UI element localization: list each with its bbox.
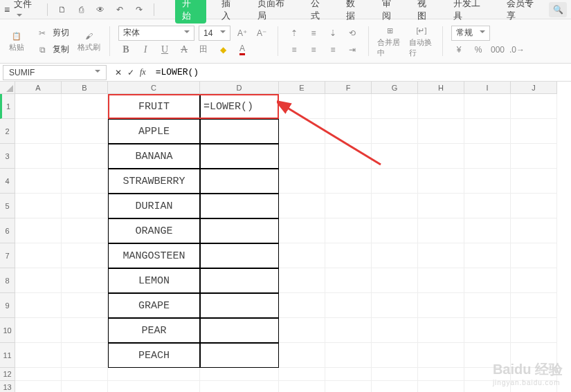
cell[interactable] xyxy=(372,343,418,368)
column-header[interactable]: E xyxy=(279,82,325,94)
strike-button[interactable]: A xyxy=(176,42,192,57)
row-header[interactable]: 4 xyxy=(0,169,15,194)
cell[interactable] xyxy=(200,381,279,392)
font-size-dropdown[interactable]: 14 xyxy=(199,26,230,41)
comma-icon[interactable]: 000 xyxy=(490,42,505,57)
undo-icon[interactable]: ↶ xyxy=(112,2,127,17)
cell[interactable] xyxy=(418,318,464,343)
cell[interactable] xyxy=(418,119,464,144)
tab-view[interactable]: 视图 xyxy=(415,0,438,24)
cell[interactable] xyxy=(325,218,372,243)
copy-button[interactable]: ⧉复制 xyxy=(36,42,69,57)
cell[interactable] xyxy=(511,218,557,243)
paste-button[interactable]: 📋 粘贴 xyxy=(4,22,29,60)
cell[interactable] xyxy=(418,343,464,368)
column-header[interactable]: D xyxy=(200,82,279,94)
align-left-icon[interactable]: ≡ xyxy=(287,42,302,57)
cell[interactable] xyxy=(200,343,279,368)
column-header[interactable]: J xyxy=(511,82,557,94)
cell[interactable] xyxy=(279,318,325,343)
cell[interactable] xyxy=(325,268,372,293)
bold-button[interactable]: B xyxy=(118,42,134,57)
cell[interactable] xyxy=(15,293,62,318)
cell[interactable] xyxy=(418,368,464,381)
cell[interactable] xyxy=(279,243,325,268)
cell[interactable]: PEAR xyxy=(108,318,200,343)
row-header[interactable]: 9 xyxy=(0,293,15,318)
cell[interactable] xyxy=(200,243,279,268)
cell[interactable] xyxy=(15,368,62,381)
cell[interactable] xyxy=(279,268,325,293)
cell[interactable] xyxy=(279,119,325,144)
decrease-font-icon[interactable]: A⁻ xyxy=(254,26,269,41)
font-family-dropdown[interactable]: 宋体 xyxy=(118,26,194,41)
tab-data[interactable]: 数据 xyxy=(343,0,367,24)
row-header[interactable]: 11 xyxy=(0,343,15,368)
cell[interactable] xyxy=(372,169,418,194)
cell[interactable] xyxy=(108,381,200,392)
cell[interactable] xyxy=(511,94,557,119)
border-button[interactable]: 田 xyxy=(196,42,211,57)
format-painter-button[interactable]: 🖌 格式刷 xyxy=(76,22,101,60)
cell[interactable] xyxy=(464,243,511,268)
cell[interactable] xyxy=(418,268,464,293)
cell[interactable] xyxy=(200,144,279,169)
merge-center-button[interactable]: ⊞ 合并居中 xyxy=(377,22,402,60)
cell[interactable] xyxy=(200,119,279,144)
cell[interactable] xyxy=(15,318,62,343)
cell[interactable] xyxy=(279,293,325,318)
cell[interactable]: GRAPE xyxy=(108,293,200,318)
cell[interactable]: BANANA xyxy=(108,144,200,169)
column-header[interactable]: I xyxy=(464,82,511,94)
italic-button[interactable]: I xyxy=(138,42,153,57)
cell[interactable] xyxy=(418,169,464,194)
cell[interactable] xyxy=(464,169,511,194)
cell[interactable]: =LOWER() xyxy=(200,94,279,119)
cell[interactable] xyxy=(372,119,418,144)
cell[interactable]: MANGOSTEEN xyxy=(108,243,200,268)
column-header[interactable]: H xyxy=(418,82,464,94)
cell[interactable] xyxy=(200,218,279,243)
cell[interactable] xyxy=(511,194,557,218)
accept-formula-icon[interactable]: ✓ xyxy=(127,68,134,77)
cell[interactable] xyxy=(464,119,511,144)
cell[interactable] xyxy=(511,318,557,343)
tab-review[interactable]: 审阅 xyxy=(379,0,403,24)
save-icon[interactable]: 🗋 xyxy=(55,2,70,17)
cell[interactable] xyxy=(418,243,464,268)
tab-layout[interactable]: 页面布局 xyxy=(255,0,296,24)
row-header[interactable]: 12 xyxy=(0,368,15,381)
cell[interactable] xyxy=(372,243,418,268)
cell[interactable] xyxy=(372,268,418,293)
cell[interactable] xyxy=(372,194,418,218)
tab-start[interactable]: 开始 xyxy=(175,0,207,24)
currency-icon[interactable]: ¥ xyxy=(451,42,466,57)
number-format-dropdown[interactable]: 常规 xyxy=(451,26,490,41)
cell[interactable] xyxy=(15,169,62,194)
search-icon[interactable]: 🔍 xyxy=(549,2,567,17)
cell[interactable] xyxy=(279,194,325,218)
cell[interactable] xyxy=(15,381,62,392)
row-header[interactable]: 10 xyxy=(0,318,15,343)
orientation-icon[interactable]: ⟲ xyxy=(345,26,360,41)
increase-decimal-icon[interactable]: .0→ xyxy=(509,42,525,57)
cell[interactable] xyxy=(372,368,418,381)
cancel-formula-icon[interactable]: ✕ xyxy=(115,68,122,77)
cell[interactable] xyxy=(279,343,325,368)
tab-formula[interactable]: 公式 xyxy=(308,0,332,24)
cell[interactable]: ORANGE xyxy=(108,218,200,243)
cell[interactable] xyxy=(279,94,325,119)
align-bottom-icon[interactable]: ⇣ xyxy=(325,26,341,41)
cell[interactable] xyxy=(418,381,464,392)
cell[interactable] xyxy=(15,119,62,144)
cell[interactable] xyxy=(464,94,511,119)
cell[interactable] xyxy=(464,268,511,293)
select-all-corner[interactable] xyxy=(0,82,15,94)
cell[interactable] xyxy=(15,94,62,119)
cell[interactable] xyxy=(372,381,418,392)
cell[interactable] xyxy=(15,268,62,293)
cell[interactable] xyxy=(200,368,279,381)
cell[interactable] xyxy=(511,243,557,268)
preview-icon[interactable]: 👁 xyxy=(93,2,108,17)
cell[interactable] xyxy=(62,169,108,194)
